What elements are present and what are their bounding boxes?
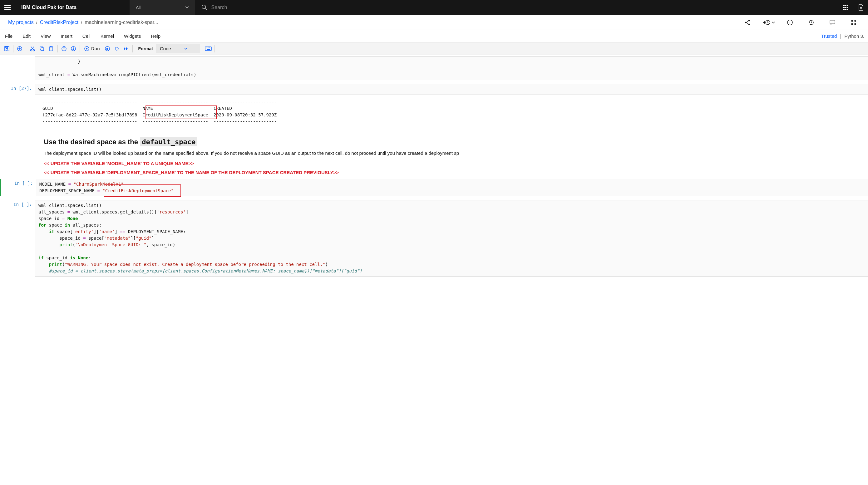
svg-rect-6 bbox=[847, 7, 848, 8]
code-cell[interactable]: In [27]: wml_client.spaces.list() bbox=[0, 84, 868, 95]
save-icon[interactable] bbox=[2, 44, 11, 53]
svg-rect-9 bbox=[847, 9, 848, 10]
code-cell-selected[interactable]: In [ ]: MODEL_NAME = "ChurnSparkModelV1"… bbox=[0, 179, 868, 196]
settings-icon[interactable] bbox=[847, 16, 860, 29]
svg-rect-2 bbox=[845, 5, 846, 6]
menu-edit[interactable]: Edit bbox=[18, 30, 36, 42]
toolbar: Run Format Code bbox=[0, 42, 868, 55]
share-icon[interactable] bbox=[741, 16, 754, 29]
copy-icon[interactable] bbox=[37, 44, 46, 53]
history-icon[interactable] bbox=[805, 16, 817, 29]
scope-dropdown[interactable]: All bbox=[130, 0, 195, 15]
chevron-down-icon bbox=[772, 22, 775, 23]
svg-rect-37 bbox=[206, 47, 206, 48]
code-input[interactable]: wml_client.spaces.list() all_spaces = wm… bbox=[35, 200, 868, 277]
code-input[interactable]: wml_client.spaces.list() bbox=[35, 84, 868, 95]
svg-point-18 bbox=[855, 20, 856, 22]
comment-icon[interactable] bbox=[826, 16, 839, 29]
breadcrumb-root[interactable]: My projects bbox=[8, 20, 34, 25]
format-label: Format bbox=[138, 46, 153, 51]
svg-rect-16 bbox=[830, 20, 835, 24]
svg-point-22 bbox=[6, 48, 8, 50]
svg-rect-42 bbox=[207, 49, 210, 50]
svg-rect-7 bbox=[843, 9, 845, 10]
svg-rect-40 bbox=[209, 47, 209, 48]
brand-label: IBM Cloud Pak for Data bbox=[15, 5, 83, 10]
svg-rect-39 bbox=[208, 47, 208, 48]
app-switcher-icon[interactable] bbox=[838, 0, 853, 15]
code-cell[interactable]: In [ ]: wml_client.spaces.list() all_spa… bbox=[0, 200, 868, 277]
top-icons bbox=[838, 0, 868, 15]
run-history-icon[interactable] bbox=[763, 16, 775, 29]
menu-widgets[interactable]: Widgets bbox=[119, 30, 146, 42]
run-label: Run bbox=[91, 46, 100, 51]
svg-point-10 bbox=[745, 22, 747, 23]
search-area bbox=[195, 4, 838, 11]
svg-point-11 bbox=[748, 20, 750, 21]
breadcrumb: My projects / CreditRiskProject / machin… bbox=[8, 20, 158, 25]
cell-prompt: In [ ]: bbox=[0, 200, 35, 277]
cut-icon[interactable] bbox=[28, 44, 37, 53]
move-up-icon[interactable] bbox=[60, 44, 68, 53]
markdown-heading: Use the desired space as the default_spa… bbox=[44, 138, 868, 146]
stop-icon[interactable] bbox=[103, 44, 112, 53]
search-input[interactable] bbox=[211, 5, 838, 10]
add-cell-icon[interactable] bbox=[15, 44, 24, 53]
svg-rect-3 bbox=[847, 5, 848, 6]
code-input[interactable]: } wml_client = WatsonMachineLearningAPIC… bbox=[35, 56, 868, 80]
chevron-down-icon bbox=[185, 6, 189, 9]
cell-type-value: Code bbox=[160, 46, 171, 51]
svg-rect-23 bbox=[6, 46, 7, 48]
svg-point-17 bbox=[851, 20, 853, 22]
menu-file[interactable]: File bbox=[0, 30, 18, 42]
markdown-warning: << UPDATE THE VARIABLE 'MODEL_NAME' TO A… bbox=[44, 161, 868, 166]
hamburger-menu[interactable] bbox=[0, 0, 15, 15]
code-input[interactable]: MODEL_NAME = "ChurnSparkModelV1" DEPLOYM… bbox=[36, 179, 868, 196]
kernel-status: Trusted | Python 3. bbox=[821, 33, 868, 39]
svg-rect-38 bbox=[207, 47, 207, 48]
svg-point-20 bbox=[855, 23, 856, 25]
menu-cell[interactable]: Cell bbox=[78, 30, 96, 42]
document-icon[interactable] bbox=[853, 0, 868, 15]
cell-prompt: In [27]: bbox=[0, 84, 35, 95]
cell-prompt bbox=[0, 56, 35, 80]
code-cell[interactable]: } wml_client = WatsonMachineLearningAPIC… bbox=[0, 56, 868, 80]
svg-rect-36 bbox=[205, 47, 211, 51]
breadcrumb-bar: My projects / CreditRiskProject / machin… bbox=[0, 15, 868, 30]
svg-point-0 bbox=[202, 5, 206, 9]
svg-point-19 bbox=[851, 23, 853, 25]
paste-icon[interactable] bbox=[47, 44, 56, 53]
markdown-cell[interactable]: Use the desired space as the default_spa… bbox=[0, 129, 868, 175]
svg-rect-35 bbox=[106, 48, 108, 50]
menu-insert[interactable]: Insert bbox=[56, 30, 78, 42]
cell-output: ------------------------------------ ---… bbox=[35, 95, 868, 129]
cell-prompt: In [ ]: bbox=[1, 179, 36, 196]
markdown-warning: << UPDATE THE VARIABLE 'DEPLOYMENT_SPACE… bbox=[44, 170, 868, 175]
svg-rect-8 bbox=[845, 9, 846, 10]
breadcrumb-project[interactable]: CreditRiskProject bbox=[40, 20, 79, 25]
breadcrumb-sep: / bbox=[81, 20, 82, 25]
markdown-text: The deployment space ID will be looked u… bbox=[44, 151, 868, 156]
svg-point-12 bbox=[748, 23, 750, 25]
breadcrumb-sep: / bbox=[36, 20, 37, 25]
keyboard-icon[interactable] bbox=[204, 44, 213, 53]
run-button[interactable]: Run bbox=[82, 46, 102, 51]
top-bar: IBM Cloud Pak for Data All bbox=[0, 0, 868, 15]
svg-rect-28 bbox=[41, 48, 44, 51]
kernel-name: Python 3. bbox=[845, 33, 864, 39]
move-down-icon[interactable] bbox=[69, 44, 78, 53]
restart-icon[interactable] bbox=[113, 44, 121, 53]
scope-dropdown-label: All bbox=[136, 5, 141, 10]
fast-forward-icon[interactable] bbox=[122, 44, 130, 53]
info-icon[interactable] bbox=[784, 16, 796, 29]
breadcrumb-actions bbox=[741, 16, 860, 29]
menu-help[interactable]: Help bbox=[146, 30, 165, 42]
svg-rect-5 bbox=[845, 7, 846, 8]
svg-rect-29 bbox=[50, 47, 53, 51]
chevron-down-icon bbox=[184, 48, 187, 50]
menu-kernel[interactable]: Kernel bbox=[96, 30, 119, 42]
trusted-indicator[interactable]: Trusted bbox=[821, 33, 837, 39]
output-cell: ------------------------------------ ---… bbox=[0, 95, 868, 129]
menu-view[interactable]: View bbox=[36, 30, 56, 42]
cell-type-select[interactable]: Code bbox=[156, 44, 200, 53]
